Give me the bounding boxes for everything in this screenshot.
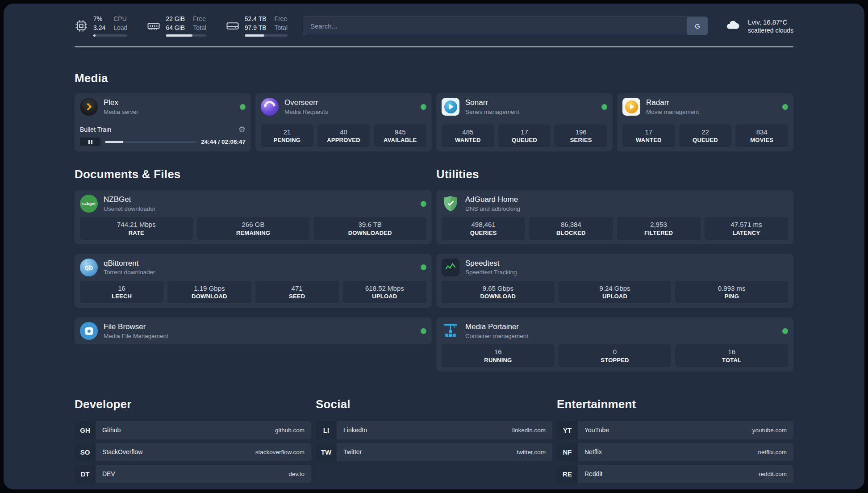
stat-download: 9.65 Gbps DOWNLOAD — [442, 281, 555, 304]
stat-total: 16 TOTAL — [675, 344, 788, 367]
cpu-usage-value: 7% — [93, 15, 105, 23]
bookmark-icon: LI — [316, 421, 337, 439]
status-dot — [601, 104, 607, 110]
stat-wanted: 17 WANTED — [622, 125, 675, 147]
status-dot — [421, 264, 426, 270]
memory-total-label: Total — [193, 24, 206, 32]
app-subtitle: DNS and adblocking — [465, 205, 520, 212]
overseerr-icon — [261, 98, 279, 116]
hard-drive-icon — [226, 19, 239, 33]
stat-blocked: 86,384 BLOCKED — [529, 217, 613, 240]
bookmark-twitter[interactable]: TW Twitter twitter.com — [316, 443, 552, 461]
app-name: Radarr — [646, 98, 699, 107]
weather-widget: Lviv, 16.87°C scattered clouds — [723, 18, 793, 34]
filebrowser-icon — [80, 322, 98, 340]
section-title-documents: Documents & Files — [75, 167, 432, 181]
media-grid: Plex Media server Bullet Train ⚙ 24:44 /… — [75, 93, 793, 151]
pause-button[interactable] — [80, 138, 100, 146]
bookmark-icon: TW — [316, 443, 337, 461]
stat-stopped: 0 STOPPED — [559, 344, 672, 367]
cpu-usage-bar — [93, 34, 127, 37]
app-card-sonarr[interactable]: Sonarr Series management 485 WANTED 17 Q… — [436, 93, 613, 151]
stat-downloaded: 39.6 TB DOWNLOADED — [313, 217, 426, 240]
cpu-load-value: 3.24 — [93, 24, 105, 32]
app-subtitle: Media server — [104, 109, 138, 115]
search-engine-button[interactable]: G — [687, 17, 708, 35]
stat-remaining: 266 GB REMAINING — [197, 217, 310, 240]
app-subtitle: Media Requests — [284, 109, 328, 115]
app-card-portainer[interactable]: Media Portainer Container management 16 … — [436, 318, 793, 372]
stat-rate: 744.21 Mbps RATE — [80, 217, 193, 240]
stat-wanted: 485 WANTED — [442, 125, 494, 147]
bookmark-linkedin[interactable]: LI LinkedIn linkedin.com — [316, 421, 552, 439]
now-playing-widget: Bullet Train ⚙ 24:44 / 02:06:47 — [80, 125, 246, 147]
stat-running: 16 RUNNING — [442, 344, 555, 367]
disk-total-label: Total — [275, 24, 288, 32]
bookmark-icon: YT — [557, 421, 578, 439]
disk-monitor: 52.4 TB 97.9 TB Free Total — [226, 15, 288, 37]
cpu-label: CPU — [113, 15, 127, 23]
bookmark-reddit[interactable]: RE Reddit reddit.com — [557, 465, 793, 483]
section-title-social: Social — [316, 397, 552, 411]
disk-total-value: 97.9 TB — [245, 24, 267, 32]
app-name: Sonarr — [465, 98, 519, 107]
bookmark-dev[interactable]: DT DEV dev.to — [75, 465, 311, 483]
bookmark-github[interactable]: GH Github github.com — [75, 421, 311, 439]
app-subtitle: Speedtest Tracking — [465, 269, 517, 276]
bookmarks-developer: Developer GH Github github.com SO StackO… — [75, 397, 311, 487]
app-card-speedtest[interactable]: Speedtest Speedtest Tracking 9.65 Gbps D… — [436, 254, 793, 308]
qbittorrent-icon: qb — [80, 259, 98, 276]
bookmarks-entertainment: Entertainment YT YouTube youtube.com NF … — [557, 397, 793, 487]
bookmark-icon: DT — [75, 465, 96, 483]
stat-leech: 16 LEECH — [80, 281, 163, 304]
weather-condition: scattered clouds — [748, 27, 793, 34]
memory-usage-bar — [166, 34, 206, 37]
section-title-developer: Developer — [75, 397, 311, 411]
app-subtitle: Media File Management — [104, 333, 168, 339]
documents-column: Documents & Files nzbget NZBGet Usenet d… — [75, 167, 432, 344]
stat-queries: 498,461 QUERIES — [442, 217, 525, 240]
dashboard: 7% 3.24 CPU Load — [4, 4, 864, 489]
divider — [75, 46, 793, 47]
app-card-overseerr[interactable]: Overseerr Media Requests 21 PENDING 40 A… — [255, 93, 432, 151]
bookmarks-social: Social LI LinkedIn linkedin.com TW Twitt… — [316, 397, 552, 465]
bookmark-icon: GH — [75, 421, 96, 439]
search-bar: G — [303, 17, 708, 35]
app-card-qbittorrent[interactable]: qb qBittorrent Torrent downloader 16 LEE… — [75, 254, 432, 308]
disk-usage-bar — [245, 34, 288, 37]
cpu-load-label: Load — [113, 24, 127, 32]
app-name: AdGuard Home — [465, 195, 520, 204]
section-title-entertainment: Entertainment — [557, 397, 793, 411]
bookmarks-area: Developer GH Github github.com SO StackO… — [75, 397, 793, 487]
app-name: Speedtest — [465, 259, 517, 268]
stat-queued: 17 QUEUED — [498, 125, 551, 147]
portainer-icon — [442, 322, 459, 340]
section-title-utilities: Utilities — [436, 167, 793, 181]
search-input[interactable] — [303, 17, 687, 35]
bookmark-youtube[interactable]: YT YouTube youtube.com — [557, 421, 793, 439]
status-dot — [421, 328, 426, 334]
bookmark-netflix[interactable]: NF Netflix netflix.com — [557, 443, 793, 461]
cpu-monitor: 7% 3.24 CPU Load — [75, 15, 127, 37]
section-title-media: Media — [75, 71, 793, 85]
bookmark-stackoverflow[interactable]: SO StackOverflow stackoverflow.com — [75, 443, 311, 461]
status-dot — [782, 328, 788, 334]
sonarr-icon — [442, 98, 459, 116]
gear-icon[interactable]: ⚙ — [238, 125, 246, 134]
memory-free-label: Free — [193, 15, 206, 23]
app-name: qBittorrent — [104, 259, 155, 268]
app-card-radarr[interactable]: Radarr Movie management 17 WANTED 22 QUE… — [617, 93, 793, 151]
app-subtitle: Movie management — [646, 109, 699, 115]
app-card-plex[interactable]: Plex Media server Bullet Train ⚙ 24:44 /… — [75, 93, 251, 151]
middle-columns: Documents & Files nzbget NZBGet Usenet d… — [75, 167, 793, 372]
stat-series: 196 SERIES — [555, 125, 607, 147]
app-name: Overseerr — [284, 98, 328, 107]
app-card-nzbget[interactable]: nzbget NZBGet Usenet downloader 744.21 M… — [75, 190, 432, 244]
seek-bar[interactable] — [105, 141, 196, 143]
app-card-adguard[interactable]: AdGuard Home DNS and adblocking 498,461 … — [436, 190, 793, 244]
bookmark-icon: SO — [75, 443, 96, 461]
app-card-filebrowser[interactable]: File Browser Media File Management — [75, 318, 432, 344]
stat-ping: 0.993 ms PING — [675, 281, 788, 304]
app-name: Media Portainer — [465, 322, 528, 331]
stat-latency: 47.571 ms LATENCY — [705, 217, 788, 240]
